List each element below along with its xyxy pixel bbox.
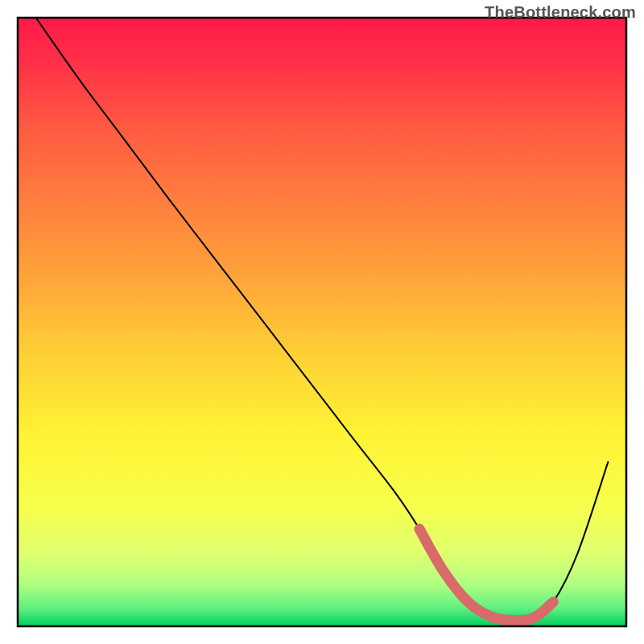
chart-container: TheBottleneck.com [0,0,644,644]
gradient-background [18,18,626,626]
watermark-text: TheBottleneck.com [485,3,636,22]
bottleneck-chart [0,0,644,644]
